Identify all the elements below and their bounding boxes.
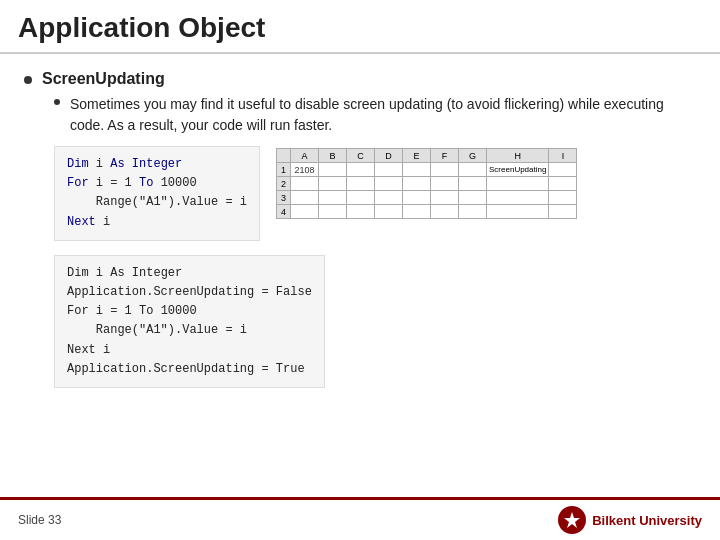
footer: Slide 33 Bilkent University [0,497,720,540]
row-3-header: 3 [277,191,291,205]
code-area-1: Dim i As Integer For i = 1 To 10000 Rang… [54,146,696,241]
spreadsheet-container: A B C D E F G H I 1 [276,148,577,241]
col-header-h: H [487,149,549,163]
col-header-e: E [403,149,431,163]
university-name: Bilkent University [592,513,702,528]
bullet-dot-2 [54,99,60,105]
page: Application Object ScreenUpdating Someti… [0,0,720,540]
table-row: 4 [277,205,577,219]
cell-h1: ScreenUpdating [487,163,549,177]
col-header-a: A [291,149,319,163]
table-row: 3 [277,191,577,205]
row-2-header: 2 [277,177,291,191]
col-header-i: I [549,149,577,163]
spreadsheet: A B C D E F G H I 1 [276,148,577,219]
col-header-d: D [375,149,403,163]
col-header-g: G [459,149,487,163]
header: Application Object [0,0,720,54]
logo-emblem [558,506,586,534]
bullet-2-text: Sometimes you may find it useful to disa… [70,94,696,136]
bullet-2: Sometimes you may find it useful to disa… [54,94,696,136]
page-title: Application Object [18,12,702,44]
cell-a1: 2108 [291,163,319,177]
table-row: 2 [277,177,577,191]
col-header-f: F [431,149,459,163]
code-block-2: Dim i As Integer Application.ScreenUpdat… [54,255,325,388]
university-logo: Bilkent University [558,506,702,534]
code-block-1: Dim i As Integer For i = 1 To 10000 Rang… [54,146,260,241]
svg-marker-0 [564,512,580,528]
col-header-b: B [319,149,347,163]
bullet-dot-1 [24,76,32,84]
logo-icon [562,510,582,530]
bullet-1: ScreenUpdating [24,70,696,88]
slide-number: Slide 33 [18,513,548,527]
row-1-header: 1 [277,163,291,177]
col-header-empty [277,149,291,163]
main-content: ScreenUpdating Sometimes you may find it… [0,54,720,497]
table-row: 1 2108 ScreenUpdating [277,163,577,177]
row-4-header: 4 [277,205,291,219]
bullet-1-label: ScreenUpdating [42,70,165,88]
col-header-c: C [347,149,375,163]
